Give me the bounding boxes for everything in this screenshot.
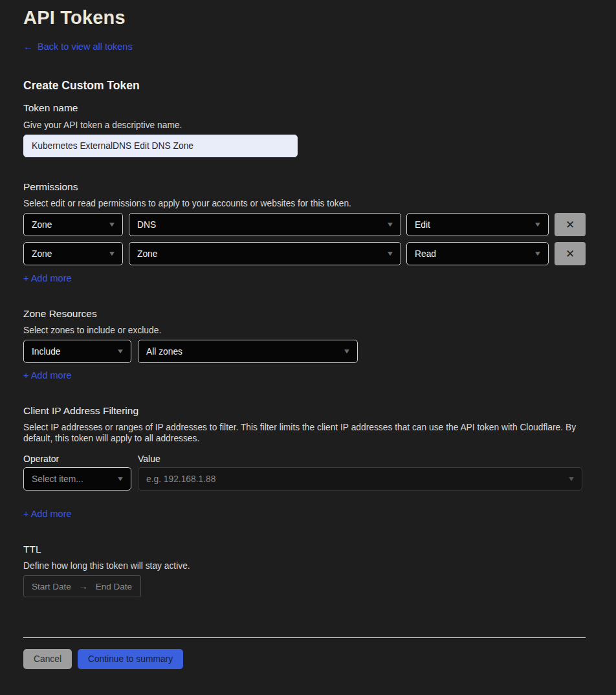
ip-filtering-add-more-link[interactable]: + Add more	[23, 509, 72, 520]
chevron-down-icon: ▼	[386, 221, 395, 228]
chevron-down-icon: ▼	[534, 221, 542, 228]
ip-operator-placeholder: Select item...	[32, 474, 83, 484]
permission-resource-value: Zone	[137, 249, 157, 259]
token-name-input[interactable]	[23, 135, 298, 157]
close-icon: ✕	[566, 248, 575, 259]
ttl-description: Define how long this token will stay act…	[23, 560, 586, 571]
back-arrow-icon: ←	[23, 41, 33, 52]
chevron-down-icon: ▼	[116, 348, 125, 355]
ip-filtering-label: Client IP Address Filtering	[23, 404, 586, 417]
zone-resource-row: Include ▼ All zones ▼	[23, 340, 586, 363]
permissions-add-more-link[interactable]: + Add more	[23, 273, 72, 284]
form-footer: Cancel Continue to summary	[23, 649, 586, 669]
permission-access-select[interactable]: Read ▼	[406, 242, 549, 265]
chevron-down-icon: ▼	[343, 348, 351, 355]
ttl-start-date: Start Date	[32, 582, 71, 591]
ip-value-select[interactable]: e.g. 192.168.1.88 ▼	[138, 467, 582, 491]
footer-divider	[23, 637, 586, 638]
date-range-arrow-icon: →	[79, 581, 88, 591]
permission-access-value: Read	[415, 249, 436, 259]
ttl-date-range-picker[interactable]: Start Date → End Date	[23, 575, 141, 597]
zone-resources-label: Zone Resources	[23, 307, 586, 320]
ip-value-placeholder: e.g. 192.168.1.88	[146, 474, 215, 484]
zone-include-select[interactable]: Include ▼	[23, 340, 131, 363]
permission-scope-value: Zone	[32, 220, 52, 230]
chevron-down-icon: ▼	[116, 476, 125, 482]
chevron-down-icon: ▼	[108, 250, 116, 257]
permission-row: Zone ▼ DNS ▼ Edit ▼ ✕	[23, 213, 586, 236]
chevron-down-icon: ▼	[534, 250, 542, 257]
chevron-down-icon: ▼	[567, 476, 576, 482]
token-name-description: Give your API token a descriptive name.	[23, 120, 586, 131]
permission-resource-select[interactable]: DNS ▼	[129, 213, 401, 236]
back-to-tokens-link[interactable]: ← Back to view all tokens	[23, 41, 133, 52]
back-link-label: Back to view all tokens	[38, 41, 133, 52]
close-icon: ✕	[566, 219, 575, 230]
ttl-label: TTL	[23, 543, 586, 555]
token-name-label: Token name	[23, 102, 586, 114]
ip-filter-row: Select item... ▼ e.g. 192.168.1.88 ▼	[23, 467, 586, 491]
zone-selection-select[interactable]: All zones ▼	[138, 340, 358, 363]
permission-resource-value: DNS	[137, 220, 156, 230]
permission-scope-value: Zone	[32, 249, 52, 259]
remove-permission-button[interactable]: ✕	[555, 242, 586, 265]
permissions-description: Select edit or read permissions to apply…	[23, 198, 586, 209]
api-tokens-page: API Tokens ← Back to view all tokens Cre…	[0, 0, 616, 695]
cancel-button[interactable]: Cancel	[23, 649, 72, 669]
permission-scope-select[interactable]: Zone ▼	[23, 213, 123, 236]
page-title: API Tokens	[23, 6, 586, 28]
value-column-label: Value	[138, 454, 160, 465]
ip-filtering-column-labels: Operator Value	[23, 454, 586, 465]
ttl-end-date: End Date	[96, 582, 132, 591]
ip-operator-select[interactable]: Select item... ▼	[23, 467, 131, 491]
ip-filtering-description: Select IP addresses or ranges of IP addr…	[23, 422, 586, 444]
permissions-label: Permissions	[23, 181, 586, 193]
continue-to-summary-button[interactable]: Continue to summary	[78, 649, 183, 669]
permission-access-select[interactable]: Edit ▼	[406, 213, 549, 236]
remove-permission-button[interactable]: ✕	[555, 213, 586, 236]
permission-access-value: Edit	[415, 220, 430, 230]
permission-scope-select[interactable]: Zone ▼	[23, 242, 123, 265]
permission-resource-select[interactable]: Zone ▼	[129, 242, 401, 265]
zone-selection-value: All zones	[146, 347, 182, 357]
chevron-down-icon: ▼	[108, 221, 116, 228]
zone-resources-add-more-link[interactable]: + Add more	[23, 370, 72, 381]
create-custom-token-heading: Create Custom Token	[23, 78, 586, 93]
chevron-down-icon: ▼	[386, 250, 395, 257]
zone-resources-description: Select zones to include or exclude.	[23, 325, 586, 336]
operator-column-label: Operator	[23, 454, 138, 465]
permission-row: Zone ▼ Zone ▼ Read ▼ ✕	[23, 242, 586, 265]
zone-include-value: Include	[32, 347, 61, 357]
